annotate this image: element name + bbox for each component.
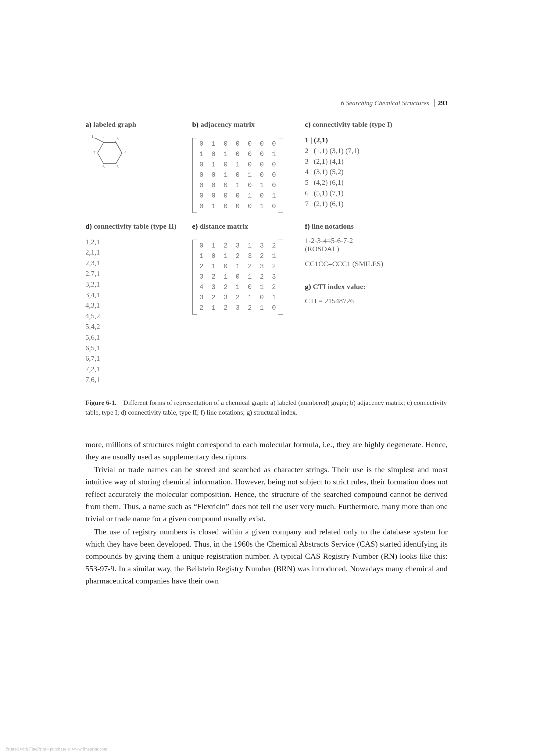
body-text: more, millions of structures might corre…: [85, 439, 448, 587]
section-f-title: line notations: [312, 222, 354, 230]
section-f-label: f): [305, 222, 310, 230]
section-c-label: c): [305, 121, 311, 128]
adjacency-matrix: 0 1 0 0 0 0 0 1 0 1 0 0 0 1 0 1 0 1 0 0 …: [192, 138, 283, 213]
section-b-label: b): [192, 121, 199, 128]
svg-line-2: [115, 142, 121, 151]
section-g-title: CTI index value:: [313, 283, 366, 290]
svg-text:6: 6: [102, 165, 104, 169]
section-d-label: d): [85, 222, 92, 230]
conn1-row: 1 | (2,1): [305, 136, 328, 144]
figure-caption-label: Figure 6-1.: [85, 399, 117, 406]
conn1-row: 6 | (5,1) (7,1): [305, 188, 448, 199]
paragraph: Trivial or trade names can be stored and…: [85, 464, 448, 525]
conn2-row: 5,4,2: [85, 321, 189, 332]
conn2-row: 4,3,1: [85, 300, 189, 310]
section-f-head: f) line notations: [305, 222, 448, 230]
section-b-head: b) adjacency matrix: [192, 121, 302, 129]
cti-value: CTI = 21548726: [305, 297, 448, 305]
rosdal-notation: 1-2-3-4=5-6-7-2 (ROSDAL): [305, 236, 448, 253]
conn1-row: 3 | (2,1) (4,1): [305, 156, 448, 167]
running-head-title: 6 Searching Chemical Structures: [341, 99, 429, 107]
conn2-row: 2,7,1: [85, 268, 189, 279]
section-e-head: e) distance matrix: [192, 222, 302, 230]
conn2-row: 3,2,1: [85, 279, 189, 290]
connectivity-table-type2: 1,2,1 2,1,1 2,3,1 2,7,1 3,2,1 3,4,1 4,3,…: [85, 236, 189, 385]
svg-text:1: 1: [92, 135, 94, 139]
smiles-notation: CC1CC=CCC1 (SMILES): [305, 260, 448, 268]
svg-text:4: 4: [125, 150, 126, 154]
labeled-graph-icon: 1 2 3 4 5 6 7: [88, 135, 189, 176]
running-head: 6 Searching Chemical Structures 293: [85, 99, 448, 107]
section-a-head: a) labeled graph: [85, 121, 189, 129]
conn2-row: 6,7,1: [85, 353, 189, 364]
conn2-row: 2,1,1: [85, 247, 189, 257]
page-number: 293: [434, 99, 448, 107]
conn1-row: 4 | (3,1) (5,2): [305, 166, 448, 177]
conn2-row: 6,5,1: [85, 343, 189, 353]
conn2-row: 3,4,1: [85, 290, 189, 300]
section-b-title: adjacency matrix: [200, 121, 255, 128]
section-g-label: g): [305, 283, 311, 290]
conn2-row: 7,2,1: [85, 364, 189, 374]
conn1-row: 7 | (2,1) (6,1): [305, 199, 448, 209]
svg-marker-0: [98, 142, 122, 164]
section-c-title: connectivity table (type I): [313, 121, 392, 128]
rosdal-label: (ROSDAL): [305, 245, 448, 253]
figure-caption-text: Different forms of representation of a c…: [85, 399, 447, 416]
conn1-row: 5 | (4,2) (6,1): [305, 177, 448, 188]
section-d-head: d) connectivity table (type II): [85, 222, 189, 230]
section-a-label: a): [85, 121, 92, 128]
paragraph: more, millions of structures might corre…: [85, 439, 448, 463]
conn2-row: 1,2,1: [85, 236, 189, 247]
rosdal-value: 1-2-3-4=5-6-7-2: [305, 236, 448, 245]
section-c-head: c) connectivity table (type I): [305, 121, 448, 129]
svg-text:2: 2: [102, 137, 104, 141]
connectivity-table-type1: 1 | (2,1) 2 | (1,1) (3,1) (7,1) 3 | (2,1…: [305, 135, 448, 209]
section-e-title: distance matrix: [200, 222, 248, 230]
svg-text:3: 3: [117, 137, 119, 141]
conn2-row: 7,6,1: [85, 374, 189, 385]
svg-text:5: 5: [117, 165, 119, 169]
conn2-row: 4,5,2: [85, 310, 189, 321]
conn2-row: 2,3,1: [85, 257, 189, 268]
figure-6-1: a) labeled graph 1 2 3 4 5: [85, 121, 448, 385]
figure-caption: Figure 6-1. Different forms of represent…: [85, 398, 448, 417]
conn1-row: 2 | (1,1) (3,1) (7,1): [305, 146, 448, 156]
svg-text:7: 7: [93, 150, 96, 155]
section-g-head: g) CTI index value:: [305, 283, 448, 291]
paragraph: The use of registry numbers is closed wi…: [85, 526, 448, 587]
section-d-title: connectivity table (type II): [94, 222, 176, 230]
distance-matrix: 0 1 2 3 1 3 2 1 0 1 2 3 2 1 2 1 0 1 2 3 …: [192, 240, 283, 315]
conn2-row: 5,6,1: [85, 332, 189, 343]
section-a-title: labeled graph: [93, 121, 136, 128]
print-footer: Printed with FinePrint - purchase at www…: [6, 746, 107, 752]
section-e-label: e): [192, 222, 198, 230]
